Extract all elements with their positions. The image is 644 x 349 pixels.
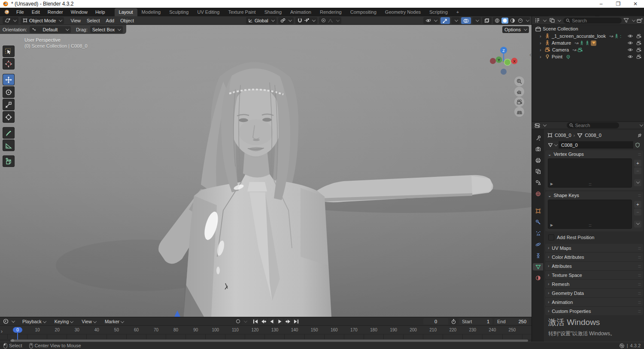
frame-tick[interactable]: 210 [428, 328, 438, 332]
panel-grip[interactable]: :::: [638, 300, 641, 304]
tab-object[interactable] [533, 207, 543, 215]
frame-tick[interactable]: 150 [310, 328, 319, 332]
collapsed-panel-header[interactable]: › Remesh :::: [545, 280, 643, 288]
frame-tick[interactable]: 120 [250, 328, 260, 332]
playhead[interactable] [17, 331, 18, 340]
timeline-editor-type-button[interactable] [2, 318, 16, 325]
shape-keys-list[interactable]: ▶ :::: [548, 200, 632, 229]
use-preview-range-button[interactable] [450, 318, 457, 325]
panel-grip[interactable]: :::: [638, 282, 641, 286]
breadcrumb-object-icon[interactable] [547, 133, 553, 138]
tool-annotate[interactable] [3, 127, 15, 139]
tool-add-cube[interactable] [3, 155, 15, 167]
tab-scene[interactable] [533, 179, 543, 186]
vertex-groups-panel-header[interactable]: ⌄ Vertex Groups :::: [545, 150, 643, 158]
tab-constraints[interactable] [533, 252, 543, 259]
frame-tick[interactable]: 170 [349, 328, 358, 332]
tool-rotate[interactable] [3, 86, 15, 98]
menu-item[interactable]: Window [67, 9, 91, 15]
new-collection-icon[interactable] [637, 18, 643, 23]
navigation-gizmo[interactable]: Z Y X [488, 44, 519, 76]
frame-tick[interactable]: 230 [468, 328, 477, 332]
options-button[interactable]: Options [502, 26, 529, 33]
previous-keyframe-button[interactable] [260, 318, 267, 325]
orthographic-toggle-button[interactable] [514, 107, 524, 117]
next-keyframe-button[interactable] [284, 318, 292, 325]
hide-eye-icon[interactable] [627, 41, 633, 45]
render-restrict-icon[interactable] [636, 48, 642, 52]
shading-chevron[interactable] [526, 18, 529, 21]
frame-tick[interactable]: 130 [270, 328, 279, 332]
viewport-canvas[interactable]: User Perspective (0) Scene Collection | … [0, 25, 532, 317]
xray-toggle[interactable] [482, 17, 492, 24]
timeline-menu-item[interactable]: Keying [51, 319, 77, 324]
frame-tick[interactable]: 240 [488, 328, 497, 332]
panel-grip[interactable]: :::: [638, 255, 641, 259]
tool-measure[interactable] [3, 140, 15, 151]
minimize-button[interactable]: – [592, 0, 610, 8]
outliner-search[interactable]: Search [563, 18, 622, 24]
add-shape-key-button[interactable]: + [634, 201, 641, 208]
vertex-group-specials-button[interactable] [634, 179, 641, 186]
expand-chevron[interactable]: › [540, 33, 545, 39]
timeline-ruler[interactable]: 0102030405060708090100110120130140150160… [0, 326, 532, 334]
start-frame-field[interactable]: Start 1 [459, 318, 492, 325]
workspace-tab[interactable]: Texture Paint [224, 8, 260, 16]
mesh-name-field[interactable]: C008_0 [559, 141, 633, 149]
panel-grip[interactable]: :::: [638, 273, 641, 277]
collapsed-panel-header[interactable]: › Geometry Data :::: [545, 289, 643, 297]
frame-tick[interactable]: 10 [33, 328, 42, 332]
menu-item[interactable]: Render [44, 9, 67, 15]
timeline-region-chevron[interactable]: › [1, 328, 3, 334]
transform-orientation-button[interactable]: Global [246, 17, 276, 24]
proportional-edit-button[interactable] [319, 17, 341, 24]
menu-item[interactable]: Edit [28, 9, 43, 15]
snap-pivot-button[interactable] [278, 17, 294, 24]
frame-tick[interactable]: 40 [92, 328, 101, 332]
tab-physics[interactable] [533, 241, 543, 248]
tab-world[interactable] [533, 190, 543, 197]
panel-grip[interactable]: :::: [638, 193, 641, 197]
panel-grip[interactable]: :::: [638, 246, 641, 250]
hide-eye-icon[interactable] [627, 34, 633, 38]
play-reverse-button[interactable] [268, 318, 275, 325]
properties-options-chevron[interactable] [640, 123, 643, 126]
viewport-3d[interactable]: User Perspective (0) Scene Collection | … [0, 16, 532, 317]
workspace-tab[interactable]: Animation [286, 8, 316, 16]
list-resize-grip[interactable]: :::: [589, 182, 591, 186]
tab-material[interactable] [533, 274, 543, 282]
menu-item[interactable]: Help [92, 9, 109, 15]
workspace-tab[interactable]: Modeling [137, 8, 165, 16]
outliner-filter-id-button[interactable] [549, 17, 562, 24]
zoom-view-button[interactable] [514, 76, 524, 86]
frame-tick[interactable]: 110 [231, 328, 240, 332]
workspace-tab[interactable]: Sculpting [165, 8, 193, 16]
gizmos-toggle[interactable] [440, 17, 450, 24]
workspace-tab[interactable]: Geometry Nodes [381, 8, 425, 16]
close-button[interactable]: ✕ [627, 0, 644, 8]
shading-rendered-button[interactable] [517, 18, 524, 24]
frame-tick[interactable]: 30 [72, 328, 82, 332]
workspace-tab[interactable]: Scripting [425, 8, 452, 16]
tool-select-box[interactable] [3, 46, 15, 57]
end-frame-field[interactable]: End 250 [494, 318, 529, 325]
pin-id-icon[interactable] [637, 133, 642, 138]
frame-tick[interactable]: 80 [171, 328, 181, 332]
expand-chevron[interactable]: › [540, 47, 545, 52]
blender-menu-logo-icon[interactable] [3, 9, 10, 15]
frame-tick[interactable]: 220 [448, 328, 458, 332]
editor-type-button[interactable] [3, 17, 18, 24]
current-frame-field[interactable]: 0 [423, 318, 448, 325]
jump-to-end-button[interactable] [292, 318, 300, 325]
hide-eye-icon[interactable] [627, 48, 633, 52]
mesh-id-type-button[interactable] [547, 141, 559, 149]
frame-tick[interactable]: 190 [389, 328, 398, 332]
overlays-dropdown[interactable] [472, 17, 481, 24]
shape-key-specials-button[interactable] [634, 221, 641, 228]
shading-material-button[interactable] [509, 18, 516, 24]
frame-tick[interactable]: 20 [52, 328, 62, 332]
frame-tick[interactable]: 250 [507, 328, 517, 332]
breadcrumb-object-name[interactable]: C008_0 [555, 133, 571, 138]
play-button[interactable] [276, 318, 283, 325]
expand-chevron[interactable]: › [540, 54, 545, 59]
